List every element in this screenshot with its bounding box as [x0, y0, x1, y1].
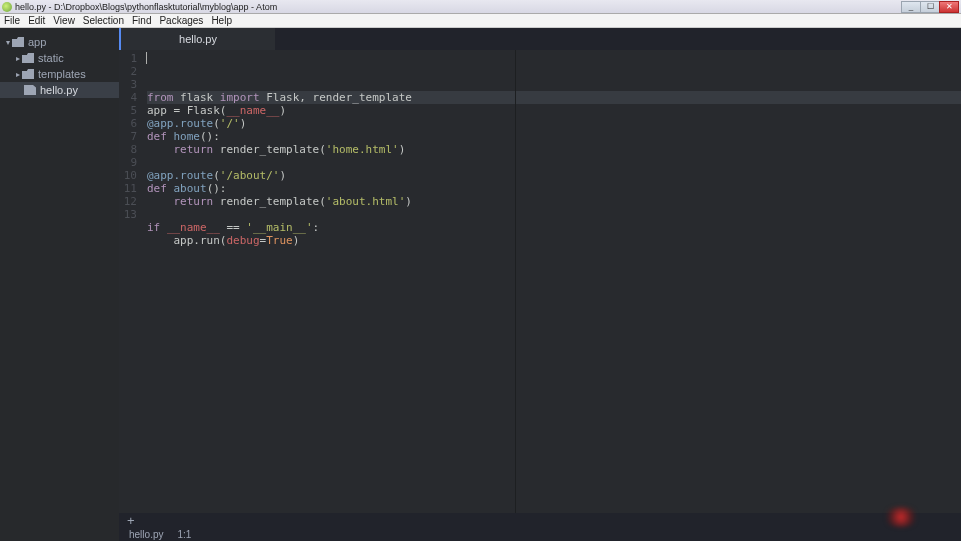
- menu-packages[interactable]: Packages: [159, 15, 203, 26]
- line-number: 11: [119, 182, 137, 195]
- text-caret: [146, 52, 147, 64]
- code-line[interactable]: from flask import Flask, render_template: [147, 91, 961, 104]
- window-titlebar: hello.py - D:\Dropbox\Blogs\pythonflaskt…: [0, 0, 961, 14]
- tab-bar: hello.py: [119, 28, 961, 50]
- line-number: 6: [119, 117, 137, 130]
- window-controls: _ ☐ ✕: [902, 1, 959, 13]
- menu-help[interactable]: Help: [211, 15, 232, 26]
- code-line[interactable]: app.run(debug=True): [147, 234, 961, 247]
- window-title: hello.py - D:\Dropbox\Blogs\pythonflaskt…: [15, 2, 902, 12]
- line-number: 10: [119, 169, 137, 182]
- code-line[interactable]: [147, 156, 961, 169]
- folder-icon: [22, 69, 34, 79]
- line-number: 9: [119, 156, 137, 169]
- chevron-right-icon: ▸: [14, 54, 22, 63]
- tree-folder-static[interactable]: ▸ static: [0, 50, 119, 66]
- wrap-guide: [515, 50, 516, 513]
- tree-folder-templates[interactable]: ▸ templates: [0, 66, 119, 82]
- chevron-down-icon: ▾: [4, 38, 12, 47]
- status-bar: hello.py 1:1: [119, 527, 961, 541]
- tree-folder-label: templates: [38, 68, 86, 80]
- editor-region: hello.py 12345678910111213 from flask im…: [119, 28, 961, 541]
- recording-glow-icon: [881, 507, 921, 527]
- line-number: 1: [119, 52, 137, 65]
- line-number: 3: [119, 78, 137, 91]
- menu-file[interactable]: File: [4, 15, 20, 26]
- close-button[interactable]: ✕: [939, 1, 959, 13]
- minimize-button[interactable]: _: [901, 1, 921, 13]
- editor-body[interactable]: 12345678910111213 from flask import Flas…: [119, 50, 961, 513]
- tab-hello[interactable]: hello.py: [119, 28, 275, 50]
- code-line[interactable]: @app.route('/'): [147, 117, 961, 130]
- folder-icon: [22, 53, 34, 63]
- gutter: 12345678910111213: [119, 50, 143, 513]
- status-file[interactable]: hello.py: [129, 529, 163, 540]
- new-tab-row: +: [119, 513, 961, 527]
- line-number: 8: [119, 143, 137, 156]
- code-line[interactable]: [147, 208, 961, 221]
- chevron-right-icon: ▸: [14, 70, 22, 79]
- line-number: 4: [119, 91, 137, 104]
- code-line[interactable]: def about():: [147, 182, 961, 195]
- menu-edit[interactable]: Edit: [28, 15, 45, 26]
- code-line[interactable]: [147, 247, 961, 260]
- line-number: 5: [119, 104, 137, 117]
- tree-folder-label: static: [38, 52, 64, 64]
- menu-bar: File Edit View Selection Find Packages H…: [0, 14, 961, 28]
- main-area: ▾ app ▸ static ▸ templates hello.py hell…: [0, 28, 961, 541]
- code-line[interactable]: if __name__ == '__main__':: [147, 221, 961, 234]
- code-area[interactable]: from flask import Flask, render_template…: [143, 50, 961, 513]
- code-line[interactable]: app = Flask(__name__): [147, 104, 961, 117]
- tree-file-hello[interactable]: hello.py: [0, 82, 119, 98]
- maximize-button[interactable]: ☐: [920, 1, 940, 13]
- add-tab-button[interactable]: +: [127, 513, 135, 528]
- folder-icon: [12, 37, 24, 47]
- line-number: 12: [119, 195, 137, 208]
- tree-file-label: hello.py: [40, 84, 78, 96]
- line-number: 7: [119, 130, 137, 143]
- tree-root-label: app: [28, 36, 46, 48]
- atom-app-icon: [2, 2, 12, 12]
- tree-root[interactable]: ▾ app: [0, 34, 119, 50]
- code-line[interactable]: def home():: [147, 130, 961, 143]
- code-line[interactable]: return render_template('home.html'): [147, 143, 961, 156]
- tab-label: hello.py: [179, 33, 217, 45]
- line-number: 2: [119, 65, 137, 78]
- menu-view[interactable]: View: [53, 15, 75, 26]
- menu-find[interactable]: Find: [132, 15, 151, 26]
- project-tree[interactable]: ▾ app ▸ static ▸ templates hello.py: [0, 28, 119, 541]
- code-line[interactable]: @app.route('/about/'): [147, 169, 961, 182]
- line-number: 13: [119, 208, 137, 221]
- menu-selection[interactable]: Selection: [83, 15, 124, 26]
- status-position[interactable]: 1:1: [177, 529, 191, 540]
- file-icon: [24, 85, 36, 95]
- code-line[interactable]: return render_template('about.html'): [147, 195, 961, 208]
